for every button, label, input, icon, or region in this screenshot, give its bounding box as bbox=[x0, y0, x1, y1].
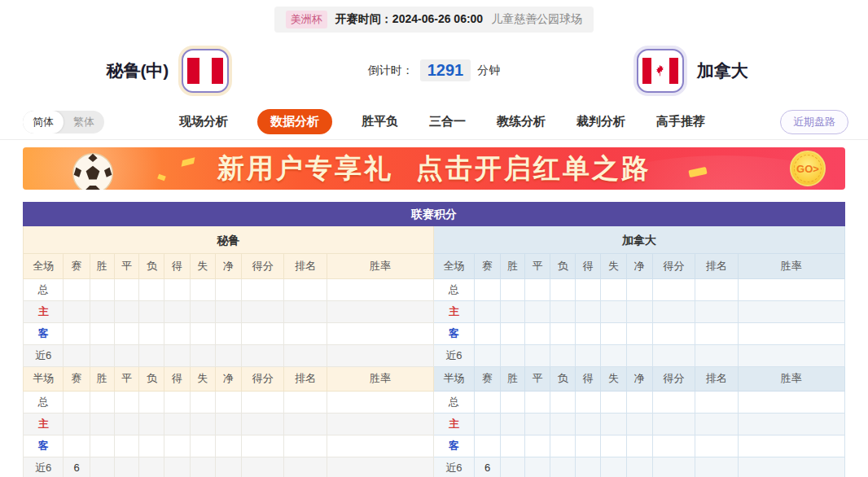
stat-cell bbox=[501, 344, 525, 366]
column-header: 负 bbox=[139, 366, 164, 391]
stat-cell bbox=[284, 300, 327, 322]
match-info-box: 美洲杯 开赛时间：2024-06-26 06:00 儿童慈善公园球场 bbox=[274, 7, 594, 33]
stat-cell bbox=[164, 435, 190, 457]
stat-cell bbox=[474, 278, 500, 300]
column-header-row: 半场赛胜平负得失净得分排名胜率 bbox=[24, 366, 434, 391]
stat-cell bbox=[652, 457, 695, 477]
stat-cell bbox=[242, 413, 284, 435]
stat-cell bbox=[90, 278, 114, 300]
stat-cell bbox=[576, 344, 601, 366]
toggle-simplified[interactable]: 简体 bbox=[23, 111, 64, 133]
row-label: 近6 bbox=[24, 457, 64, 477]
stat-cell bbox=[164, 413, 190, 435]
nav-tab[interactable]: 现场分析 bbox=[178, 109, 230, 134]
nav-tab[interactable]: 数据分析 bbox=[257, 109, 332, 134]
stat-cell bbox=[652, 344, 695, 366]
stat-cell bbox=[190, 322, 215, 344]
away-standings-table: 全场赛胜平负得失净得分排名胜率总主客近6半场赛胜平负得失净得分排名胜率总主客近6… bbox=[434, 254, 845, 477]
stat-cell bbox=[626, 391, 652, 413]
venue-name: 儿童慈善公园球场 bbox=[491, 12, 582, 27]
column-header: 平 bbox=[525, 366, 550, 391]
column-header: 得分 bbox=[652, 366, 695, 391]
stat-cell bbox=[164, 457, 190, 477]
stat-cell bbox=[501, 413, 525, 435]
canada-flag-icon bbox=[637, 49, 684, 93]
column-header-row: 半场赛胜平负得失净得分排名胜率 bbox=[434, 366, 845, 391]
table-row: 近6 bbox=[434, 344, 845, 366]
column-header: 得 bbox=[164, 366, 190, 391]
nav-tab[interactable]: 三合一 bbox=[427, 109, 467, 134]
stat-cell bbox=[64, 413, 90, 435]
stat-cell bbox=[695, 278, 738, 300]
stat-cell bbox=[164, 322, 190, 344]
column-header: 净 bbox=[626, 366, 652, 391]
nav-tab[interactable]: 胜平负 bbox=[360, 109, 400, 134]
stat-cell bbox=[601, 457, 626, 477]
column-header: 半场 bbox=[434, 366, 474, 391]
table-row: 近66 bbox=[434, 457, 845, 477]
stat-cell bbox=[327, 278, 433, 300]
stat-cell bbox=[601, 391, 626, 413]
table-row: 主 bbox=[434, 413, 845, 435]
column-header-row: 全场赛胜平负得失净得分排名胜率 bbox=[24, 254, 434, 278]
stat-cell bbox=[327, 457, 433, 477]
nav-tab[interactable]: 裁判分析 bbox=[575, 109, 627, 134]
stat-cell bbox=[576, 413, 601, 435]
row-label: 总 bbox=[434, 391, 474, 413]
stat-cell bbox=[695, 457, 738, 477]
nav-tab[interactable]: 教练分析 bbox=[495, 109, 547, 134]
stat-cell bbox=[601, 300, 626, 322]
row-label: 客 bbox=[434, 435, 474, 457]
column-header: 排名 bbox=[695, 366, 738, 391]
column-header: 得 bbox=[576, 366, 601, 391]
column-header: 平 bbox=[525, 254, 550, 278]
column-header: 得分 bbox=[652, 254, 695, 278]
promo-banner[interactable]: 新用户专享礼点击开启红单之路 GO> bbox=[23, 147, 845, 190]
stat-cell bbox=[139, 435, 164, 457]
stat-cell bbox=[190, 300, 215, 322]
stat-cell bbox=[474, 413, 500, 435]
stat-cell bbox=[284, 457, 327, 477]
stat-cell bbox=[474, 435, 500, 457]
stat-cell bbox=[90, 344, 114, 366]
peru-flag-icon bbox=[182, 49, 229, 93]
stat-cell bbox=[652, 322, 695, 344]
recent-odds-button[interactable]: 近期盘路 bbox=[780, 110, 848, 134]
stat-cell bbox=[114, 322, 138, 344]
column-header: 胜 bbox=[90, 366, 114, 391]
table-row: 主 bbox=[24, 300, 434, 322]
toggle-traditional[interactable]: 繁体 bbox=[64, 111, 104, 133]
stat-cell bbox=[550, 344, 575, 366]
row-label: 近6 bbox=[434, 457, 474, 477]
go-button[interactable]: GO> bbox=[790, 151, 826, 186]
language-toggle: 简体 繁体 bbox=[23, 111, 104, 133]
stat-cell bbox=[114, 435, 138, 457]
row-label: 客 bbox=[24, 435, 64, 457]
table-row: 客 bbox=[24, 322, 434, 344]
stat-cell bbox=[139, 344, 164, 366]
stat-cell bbox=[242, 278, 284, 300]
column-header: 胜率 bbox=[738, 366, 844, 391]
kickoff-time: 开赛时间：2024-06-26 06:00 bbox=[335, 12, 483, 27]
stat-cell bbox=[695, 413, 738, 435]
column-header: 全场 bbox=[24, 254, 64, 278]
stat-cell bbox=[652, 435, 695, 457]
stat-cell bbox=[525, 457, 550, 477]
nav-tab[interactable]: 高手推荐 bbox=[655, 109, 707, 134]
stat-cell bbox=[284, 278, 327, 300]
column-header: 胜率 bbox=[327, 366, 433, 391]
maple-leaf-icon bbox=[654, 64, 666, 77]
stat-cell bbox=[114, 391, 138, 413]
stat-cell bbox=[550, 435, 575, 457]
stat-cell bbox=[550, 300, 575, 322]
stat-cell bbox=[215, 391, 241, 413]
stat-cell bbox=[474, 300, 500, 322]
stat-cell bbox=[90, 435, 114, 457]
stat-cell bbox=[327, 413, 433, 435]
stat-cell bbox=[164, 344, 190, 366]
stat-cell bbox=[190, 278, 215, 300]
stat-cell bbox=[474, 344, 500, 366]
stat-cell bbox=[215, 413, 241, 435]
stat-cell bbox=[284, 413, 327, 435]
column-header: 得分 bbox=[242, 366, 284, 391]
